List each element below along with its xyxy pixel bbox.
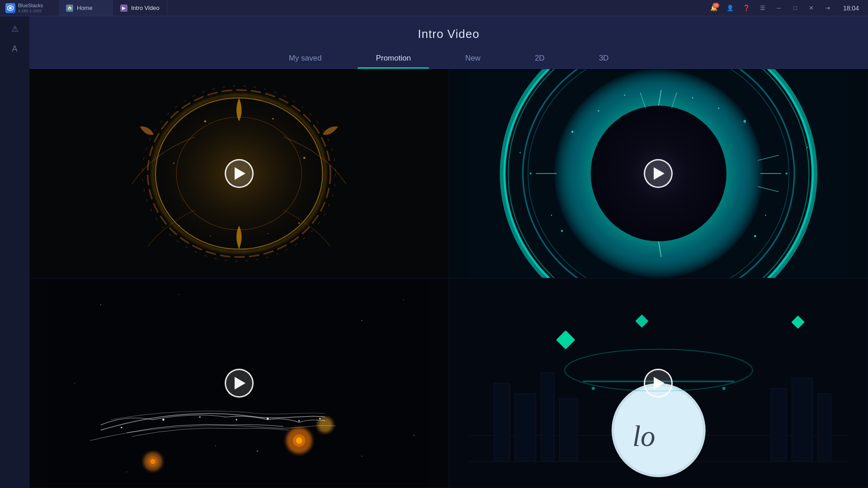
- intro-tab-label: Intro Video: [131, 5, 160, 11]
- window-tabs: 🏠 Home ▶ Intro Video: [59, 0, 704, 16]
- svg-point-52: [74, 383, 75, 384]
- svg-point-44: [692, 97, 693, 98]
- video-cell-3[interactable]: [29, 278, 449, 488]
- svg-point-38: [754, 235, 756, 237]
- play-icon-2: [654, 167, 665, 180]
- home-tab-icon: 🏠: [66, 5, 73, 12]
- tab-2d[interactable]: 2D: [508, 48, 572, 68]
- svg-point-91: [722, 387, 725, 390]
- translate-icon[interactable]: A: [7, 41, 23, 57]
- svg-point-39: [598, 110, 599, 112]
- svg-point-45: [551, 215, 552, 216]
- svg-point-33: [571, 131, 573, 133]
- expand-button[interactable]: ⇥: [821, 2, 834, 14]
- svg-point-40: [717, 108, 719, 109]
- svg-point-69: [256, 450, 258, 451]
- svg-point-90: [591, 387, 594, 390]
- time-display: 18:04: [838, 5, 864, 12]
- svg-point-67: [148, 456, 158, 467]
- svg-point-43: [624, 95, 625, 96]
- svg-point-34: [743, 120, 746, 123]
- svg-point-62: [298, 420, 300, 421]
- svg-rect-77: [541, 373, 554, 461]
- svg-rect-81: [818, 394, 831, 461]
- help-button[interactable]: ❓: [740, 2, 753, 14]
- bluestacks-icon: [5, 3, 15, 13]
- app-version: 4.280.1.1002: [18, 9, 43, 13]
- video-cell-4[interactable]: lo: [449, 278, 868, 488]
- svg-point-10: [272, 118, 274, 119]
- tab-home[interactable]: 🏠 Home: [59, 0, 113, 16]
- svg-point-51: [403, 299, 404, 300]
- play-button-1[interactable]: [225, 159, 254, 188]
- svg-point-61: [267, 418, 269, 420]
- svg-point-14: [298, 222, 300, 224]
- svg-point-13: [178, 225, 179, 226]
- user-button[interactable]: 👤: [724, 2, 736, 14]
- svg-point-11: [173, 162, 175, 164]
- tab-new[interactable]: New: [438, 48, 508, 68]
- play-icon-4: [654, 377, 665, 389]
- close-button[interactable]: ✕: [805, 2, 818, 14]
- svg-point-53: [414, 435, 415, 436]
- video-cell-2[interactable]: [449, 69, 868, 278]
- system-tray: 🔔 16 👤 ❓ ☰ ─ □ ✕ ⇥ 18:04: [708, 2, 864, 14]
- svg-point-57: [121, 427, 122, 428]
- menu-button[interactable]: ☰: [756, 2, 769, 14]
- minimize-button[interactable]: ─: [773, 2, 785, 14]
- svg-point-37: [561, 230, 563, 232]
- window-controls: 🔔 16 👤 ❓ ☰ ─ □ ✕ ⇥ 18:04: [704, 2, 868, 14]
- app-info: BlueStacks 4.280.1.1002: [18, 3, 43, 13]
- svg-rect-76: [515, 394, 536, 461]
- tab-3d[interactable]: 3D: [572, 48, 636, 68]
- play-icon-3: [235, 377, 245, 389]
- svg-rect-75: [494, 383, 509, 461]
- svg-point-58: [162, 419, 165, 421]
- svg-marker-1: [9, 7, 12, 9]
- svg-point-9: [204, 120, 206, 122]
- svg-point-63: [319, 418, 321, 419]
- svg-point-71: [361, 456, 362, 457]
- app-name: BlueStacks: [18, 3, 43, 9]
- play-button-3[interactable]: [225, 369, 254, 398]
- svg-rect-78: [559, 399, 577, 462]
- svg-point-59: [199, 416, 200, 418]
- svg-point-70: [126, 471, 127, 472]
- svg-point-41: [807, 147, 808, 148]
- tab-intro-video[interactable]: ▶ Intro Video: [113, 0, 167, 16]
- svg-point-48: [100, 305, 101, 305]
- content-header: Intro Video: [29, 16, 868, 48]
- svg-point-42: [519, 152, 520, 153]
- play-button-4[interactable]: [644, 369, 673, 398]
- warning-icon[interactable]: ⚠: [7, 21, 23, 37]
- title-bar: BlueStacks 4.280.1.1002 🏠 Home ▶ Intro V…: [0, 0, 868, 16]
- video-grid: lo: [29, 69, 868, 488]
- svg-point-65: [293, 434, 306, 447]
- video-cell-1[interactable]: [29, 69, 449, 278]
- left-sidebar: ⚠ A: [0, 16, 29, 488]
- svg-rect-79: [771, 389, 787, 462]
- page-title: Intro Video: [29, 27, 868, 41]
- tab-my-saved[interactable]: My saved: [262, 48, 349, 68]
- nav-tabs: My saved Promotion New 2D 3D: [29, 48, 868, 69]
- svg-point-60: [236, 419, 237, 420]
- play-button-2[interactable]: [644, 159, 673, 188]
- svg-point-50: [361, 320, 362, 321]
- play-icon-1: [235, 167, 245, 180]
- notifications-button[interactable]: 🔔 16: [708, 2, 720, 14]
- intro-tab-icon: ▶: [120, 5, 127, 12]
- main-content: Intro Video My saved Promotion New 2D 3D: [29, 16, 868, 488]
- svg-point-46: [765, 215, 766, 216]
- svg-point-68: [215, 445, 216, 446]
- maximize-button[interactable]: □: [789, 2, 802, 14]
- svg-point-49: [179, 294, 179, 295]
- svg-point-36: [785, 173, 788, 175]
- app-logo: BlueStacks 4.280.1.1002: [0, 3, 59, 13]
- svg-rect-80: [792, 378, 812, 461]
- svg-point-15: [210, 235, 211, 236]
- tab-promotion[interactable]: Promotion: [349, 48, 438, 68]
- svg-point-35: [529, 173, 532, 175]
- svg-text:lo: lo: [632, 420, 655, 452]
- svg-point-16: [267, 233, 268, 234]
- svg-point-55: [317, 417, 333, 433]
